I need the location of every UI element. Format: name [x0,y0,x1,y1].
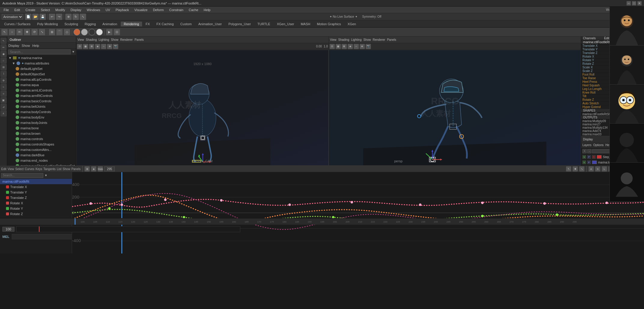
ge-menu-view[interactable]: View [8,167,14,171]
outliner-item-controls[interactable]: marina:controls [7,136,76,142]
vp-menu-panels-left[interactable]: Panels [135,38,144,41]
vp-btn-4[interactable]: ◈ [95,44,100,49]
tab-polygons-user[interactable]: Polygons_User [226,22,254,26]
soft-select[interactable]: ○ [1,58,7,64]
minimize-button[interactable]: ─ [627,1,631,5]
snap-point[interactable]: ◇ [64,29,70,35]
scale-tool2[interactable]: ⤡ [39,29,45,35]
vp-menu-lighting-right[interactable]: Lighting [351,38,362,41]
outliner-item-bone[interactable]: marina:bone [7,125,76,131]
graph-search-input[interactable] [1,173,43,178]
vp-menu-show-right[interactable]: Show [363,38,371,41]
outliner-item-eyeshape[interactable]: marina:eyeShapeLatticeDeformerSet [7,163,76,166]
ge-btn-2[interactable]: ◈ [91,166,96,172]
vp-menu-view-left[interactable]: View [77,38,84,41]
outliner-item-aqua[interactable]: marina:aqua [7,82,76,88]
color-picker-black[interactable] [89,29,95,35]
animation-selector[interactable]: Animation [2,14,23,20]
ipr-btn[interactable]: ⊡ [114,29,120,35]
outliner-display-menu[interactable]: Display [8,44,19,47]
jiggle-tool[interactable]: ≈ [1,84,7,90]
ge-btn-1[interactable]: ⊞ [84,166,90,172]
tab-xgen[interactable]: XGen [345,22,359,26]
layer-display-tab[interactable]: Display [583,138,593,141]
cb-channels[interactable]: Channels [583,37,596,40]
tab-rendering[interactable]: Rendering [121,22,142,26]
tab-rigging[interactable]: Rigging [82,22,99,26]
color-picker-white[interactable] [96,29,103,35]
left-viewport[interactable]: 人人素材 RRCG 1920 x 1080 Render_CAM [76,50,329,166]
layer-vis-geo[interactable]: V [582,160,586,164]
ge-tangent-linear[interactable]: L [602,166,607,172]
tab-curves-surfaces[interactable]: Curves / Surfaces [1,22,33,26]
menu-file[interactable]: File [1,8,11,12]
outliner-show-menu[interactable]: Show [22,44,30,47]
lattice-tool[interactable]: ⊞ [1,64,7,70]
menu-uv[interactable]: UV [103,8,112,12]
vp-btn-1[interactable]: ⊡ [77,44,82,49]
tab-motion-graphics[interactable]: Motion Graphics [314,22,344,26]
maximize-button[interactable]: □ [632,1,636,5]
layer-tab-options[interactable]: Options [593,143,603,147]
select-tool[interactable]: ↖ [1,29,8,35]
vp-btn-3[interactable]: ⊞ [89,44,94,49]
vp-btn-r4[interactable]: ◈ [348,44,353,49]
outliner-item-controlsshapes[interactable]: marina:controlsShapes [7,142,76,147]
open-scene-button[interactable]: 📂 [32,14,39,20]
vp-menu-renderer-left[interactable]: Renderer [120,38,133,41]
cb-edit[interactable]: Edit [604,37,609,40]
vp-btn-r1[interactable]: ⊡ [330,44,335,49]
paint-mode[interactable]: ✏ [1,44,7,50]
tab-sculpting[interactable]: Sculpting [62,22,81,26]
ge-btn-stats[interactable]: Stats [98,166,103,172]
menu-playback[interactable]: Playback [113,8,132,12]
outliner-item-bodyjoints[interactable]: marina:bodyJoints [7,120,76,125]
ge-menu-curves[interactable]: Curves [25,167,35,171]
tab-fx-caching[interactable]: FX Caching [153,22,177,26]
graph-curve-rz[interactable]: Rotate Z [0,211,72,217]
menu-constrain[interactable]: Constrain [167,8,186,12]
vp-btn-camera[interactable]: 📷 [113,44,118,49]
layer-vis-btn[interactable]: V [582,155,586,159]
graph-curve-tx[interactable]: Translate X [0,184,72,190]
layer-new-button[interactable]: + [582,149,587,153]
ik-tool[interactable]: ∧ [1,110,7,116]
render-btn[interactable]: ▶ [106,29,113,35]
layer-tab-layers[interactable]: Layers [582,143,591,147]
graph-curve-rx[interactable]: Rotate X [0,200,72,206]
tab-animation[interactable]: Animation [99,22,120,26]
outliner-item-bodyenv[interactable]: marina:bodyEnv [7,115,76,120]
outliner-item-defaultlightset[interactable]: defaultLightSet [7,66,76,71]
save-scene-button[interactable]: 💾 [39,14,46,20]
menu-display[interactable]: Display [68,8,84,12]
vp-btn-r3[interactable]: ⊞ [342,44,347,49]
outliner-item-armrt[interactable]: marina:armRtControls [7,93,76,98]
ge-frame-input-1[interactable] [104,166,115,171]
layer-p-btn[interactable]: P [587,155,591,159]
snap-curve[interactable]: ⌒ [56,29,63,35]
tab-animation-user[interactable]: Animation_User [195,22,225,26]
sculpt-mode[interactable]: ◉ [1,51,7,57]
outliner-item-defaultobjectset[interactable]: defaultObjectSet [7,71,76,77]
outliner-item-belt[interactable]: marina:beltJoints [7,104,76,109]
ge-menu-show[interactable]: Show [63,167,70,171]
new-scene-button[interactable]: 📄 [25,14,32,20]
wrap-tool[interactable]: ⌾ [1,91,7,97]
vp-btn-r-camera[interactable]: 📷 [366,44,371,49]
menu-windows[interactable]: Windows [84,8,103,12]
menu-create[interactable]: Create [23,8,38,12]
menu-help[interactable]: Help [201,8,213,12]
menu-cache[interactable]: Cache [186,8,201,12]
outliner-item-endnodes[interactable]: marina:end_nodes [7,158,76,163]
move-tool[interactable]: ✚ [24,29,30,35]
ge-menu-list[interactable]: List [57,167,62,171]
right-viewport[interactable]: RRCG 人人素材 persp [329,50,581,166]
vp-menu-lighting-left[interactable]: Lighting [99,38,109,41]
outliner-item-alllipcontrols[interactable]: marina:allLipControls [7,77,76,82]
tab-mash[interactable]: MASH [298,22,313,26]
menu-visualize[interactable]: Visualize [132,8,150,12]
outliner-item-darkblue[interactable]: marina:darkBlue [7,152,76,158]
select-mode[interactable]: ↖ [1,38,7,44]
graph-search-dropdown[interactable]: ▼ [44,174,47,177]
tab-custom[interactable]: Custom [177,22,195,26]
